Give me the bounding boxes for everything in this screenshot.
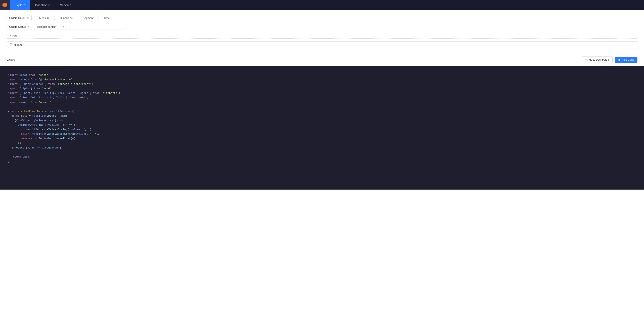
logo	[0, 0, 10, 10]
chart-type-label: Number	[14, 43, 24, 47]
query-builder: Orders Count ✕ + Measure + Dimension + S…	[0, 10, 644, 53]
add-dashboard-label: + Add to Dashboard	[585, 58, 609, 61]
hide-code-button[interactable]: ▣ Hide Code	[615, 57, 638, 63]
measure-pill-label: Orders Count	[9, 17, 25, 20]
chart-type-icon: ⓘ	[10, 43, 12, 47]
chart-title: Chart	[6, 58, 14, 61]
chart-actions: + Add to Dashboard ▣ Hide Code	[582, 57, 638, 63]
filter-operator-label: does not contain	[37, 25, 56, 28]
nav-schema[interactable]: Schema	[55, 0, 76, 10]
measure-remove-btn[interactable]: ✕	[27, 17, 29, 19]
add-segment-icon: +	[80, 16, 82, 20]
measure-pill[interactable]: Orders Count ✕	[6, 15, 32, 21]
measures-row: Orders Count ✕ + Measure + Dimension + S…	[6, 15, 638, 21]
top-nav: Explore Dashboard Schema	[0, 0, 644, 10]
code-line-12: yValuesArray.map(([yValues, m]) => ({	[8, 123, 636, 127]
add-dimension-btn[interactable]: + Dimension	[54, 15, 75, 21]
add-filter-btn[interactable]: + Filter	[6, 33, 638, 39]
code-line-9: const stackedChartData = (resultSet) => …	[8, 109, 636, 114]
chart-section: Chart + Add to Dashboard ▣ Hide Code imp…	[0, 53, 644, 190]
code-line-20: }	[8, 159, 636, 164]
nav-dashboard[interactable]: Dashboard	[30, 0, 55, 10]
chart-header: Chart + Add to Dashboard ▣ Hide Code	[0, 53, 644, 66]
code-line-3: import { QueryRenderer } from '@cubejs-c…	[8, 82, 636, 87]
code-line-15: measure: m && Number.parseFloat(m)	[8, 136, 636, 141]
add-filter-label: Filter	[12, 34, 18, 37]
add-dimension-icon: +	[57, 16, 59, 20]
filter-remove-btn[interactable]: ✕	[27, 26, 29, 28]
add-time-icon: +	[101, 16, 102, 20]
code-line-7: import moment from 'moment';	[8, 100, 636, 105]
code-blank-2	[8, 150, 636, 155]
code-line-4: import { Spin } from 'antd';	[8, 87, 636, 91]
filter-operator-select[interactable]: does not contain ▾	[34, 24, 67, 30]
filter-row: Orders Status ✕ does not contain ▾	[6, 24, 638, 30]
add-measure-icon: +	[36, 16, 38, 20]
code-line-11: ({ xValues, yValuesArray }) =>	[8, 118, 636, 123]
add-time-label: Time	[104, 17, 110, 20]
filter-pill-label: Orders Status	[9, 25, 26, 28]
add-time-btn[interactable]: + Time	[98, 15, 112, 21]
logo-icon	[2, 2, 8, 8]
code-line-13: x: resultSet.axisValuesString(xValues, '…	[8, 127, 636, 132]
code-line-6: import { Row, Col, Statistic, Table } fr…	[8, 96, 636, 100]
add-segment-label: Segment	[83, 17, 94, 20]
hide-code-icon: ▣	[618, 58, 620, 61]
hide-code-label: Hide Code	[622, 58, 634, 61]
code-line-1: import React from 'react';	[8, 73, 636, 77]
code-line-19: return data;	[8, 155, 636, 159]
code-line-5: import { Chart, Axis, Tooltip, Geom, Coo…	[8, 91, 636, 96]
code-line-10: const data = resultSet.pivot().map(	[8, 114, 636, 118]
code-line-14: color: resultSet.axisValuesString(yValue…	[8, 132, 636, 136]
filter-value-input[interactable]	[69, 24, 126, 30]
add-measure-label: Measure	[39, 17, 50, 20]
nav-explore[interactable]: Explore	[10, 0, 30, 10]
filter-pill[interactable]: Orders Status ✕	[6, 24, 32, 30]
filter-operator-chevron: ▾	[63, 26, 64, 28]
add-measure-btn[interactable]: + Measure	[34, 15, 52, 21]
chart-type-btn[interactable]: ⓘ Number	[6, 42, 638, 48]
add-dimension-label: Dimension	[60, 17, 72, 20]
code-blank-1	[8, 105, 636, 109]
code-line-16: }))	[8, 141, 636, 145]
code-line-17: ).reduce((a, b) => a.concat(b));	[8, 146, 636, 150]
code-line-2: import cubejs from '@cubejs-client/core'…	[8, 77, 636, 82]
add-filter-icon: +	[10, 34, 11, 37]
add-segment-btn[interactable]: + Segment	[77, 15, 96, 21]
add-dashboard-button[interactable]: + Add to Dashboard	[582, 57, 612, 63]
code-editor: import React from 'react'; import cubejs…	[0, 66, 644, 190]
